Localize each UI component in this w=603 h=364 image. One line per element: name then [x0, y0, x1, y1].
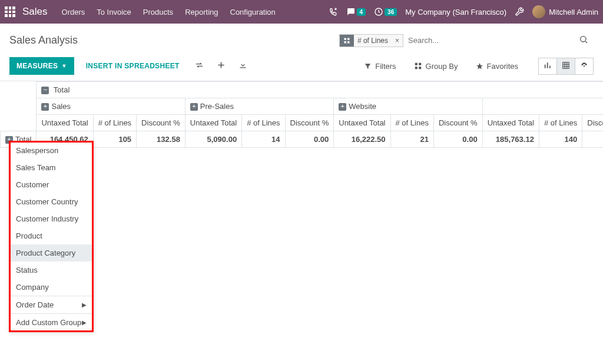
measure-header[interactable]: Untaxed Total: [37, 115, 93, 131]
page-title: Sales Analysis: [9, 34, 78, 47]
col-group-sales[interactable]: +Sales: [37, 98, 185, 115]
view-switcher: [538, 58, 594, 75]
flip-axis-icon[interactable]: [191, 58, 207, 74]
col-group-presales[interactable]: +Pre-Sales: [185, 98, 333, 115]
pivot-table: − Total +Sales +Pre-Sales +Website Untax…: [0, 81, 603, 148]
nav-orders[interactable]: Orders: [62, 8, 85, 16]
search-input[interactable]: [403, 32, 574, 48]
user-name: Mitchell Admin: [549, 8, 598, 16]
app-name[interactable]: Sales: [22, 6, 48, 18]
cell: 0.00: [285, 131, 334, 148]
groupby-label: Group By: [426, 62, 458, 71]
filters-label: Filters: [375, 62, 396, 71]
measure-header[interactable]: # of Lines: [93, 115, 136, 131]
user-menu[interactable]: Mitchell Admin: [532, 5, 598, 18]
svg-line-2: [585, 41, 587, 43]
top-nav: Sales Orders To Invoice Products Reporti…: [0, 0, 603, 24]
svg-rect-3: [563, 62, 569, 68]
measure-header[interactable]: Discount %: [137, 115, 185, 131]
cell: 5,090.00: [185, 131, 241, 148]
cell: 21: [390, 131, 433, 148]
expand-icon[interactable]: +: [41, 103, 49, 111]
measures-button[interactable]: MEASURES ▼: [9, 57, 74, 75]
expand-icon[interactable]: +: [339, 103, 346, 111]
caret-down-icon: ▼: [61, 63, 67, 69]
avatar: [532, 5, 545, 18]
activity-icon[interactable]: 36: [374, 7, 397, 16]
expand-all-icon[interactable]: [213, 58, 229, 74]
measure-header[interactable]: Discount %: [433, 115, 482, 131]
filters-button[interactable]: Filters: [358, 58, 402, 74]
settings-icon[interactable]: [515, 7, 524, 16]
measure-header[interactable]: Untaxed Total: [334, 115, 390, 131]
header-row: Sales Analysis # of Lines ×: [0, 24, 603, 54]
dashboard-view-button[interactable]: [575, 58, 594, 75]
nav-configuration[interactable]: Configuration: [230, 8, 276, 16]
svg-point-1: [581, 36, 586, 41]
measures-label: MEASURES: [16, 62, 58, 70]
pivot-table-wrap: − Total +Sales +Pre-Sales +Website Untax…: [0, 81, 603, 148]
favorites-label: Favorites: [487, 62, 518, 71]
pivot-view-button[interactable]: [557, 58, 575, 75]
corner-cell: [1, 82, 37, 98]
expand-icon[interactable]: +: [190, 103, 198, 111]
measure-header[interactable]: # of Lines: [242, 115, 285, 131]
graph-view-button[interactable]: [538, 58, 557, 75]
search-area: # of Lines ×: [339, 32, 594, 49]
measure-header[interactable]: Discount %: [582, 115, 603, 131]
collapse-icon[interactable]: −: [41, 87, 49, 94]
cell: 132.58: [582, 131, 603, 148]
download-icon[interactable]: [235, 58, 251, 74]
cell: 132.58: [137, 131, 185, 148]
apps-icon[interactable]: [5, 6, 15, 17]
groupby-item-salesperson[interactable]: Salesperson: [10, 142, 92, 148]
svg-point-8: [584, 65, 585, 67]
activity-badge: 36: [385, 8, 397, 16]
col-grand-total: [482, 98, 603, 115]
col-total-header[interactable]: − Total: [37, 82, 603, 98]
cell: 185,763.12: [482, 131, 539, 148]
filter-pill-close[interactable]: ×: [392, 35, 403, 47]
cell: 105: [93, 131, 136, 148]
messages-icon[interactable]: 4: [346, 7, 366, 16]
col-group-website[interactable]: +Website: [334, 98, 482, 115]
cell: 16,222.50: [334, 131, 390, 148]
insert-spreadsheet-button[interactable]: INSERT IN SPREADSHEET: [80, 57, 185, 75]
cell: 0.00: [433, 131, 482, 148]
filter-pill-label: # of Lines: [354, 35, 392, 47]
favorites-button[interactable]: Favorites: [470, 58, 524, 74]
measure-header[interactable]: Untaxed Total: [185, 115, 241, 131]
company-switcher[interactable]: My Company (San Francisco): [405, 8, 506, 16]
nav-reporting[interactable]: Reporting: [185, 8, 218, 16]
measure-header[interactable]: Untaxed Total: [482, 115, 539, 131]
filter-pill: # of Lines ×: [339, 34, 403, 47]
measure-icon: [340, 35, 354, 47]
groupby-button[interactable]: Group By: [408, 58, 464, 74]
controls-row: MEASURES ▼ INSERT IN SPREADSHEET Filters…: [0, 54, 603, 81]
measure-header[interactable]: # of Lines: [539, 115, 582, 131]
nav-products[interactable]: Products: [143, 8, 173, 16]
cell: 140: [539, 131, 582, 148]
messages-badge: 4: [357, 8, 366, 16]
cell: 14: [242, 131, 285, 148]
search-icon[interactable]: [574, 35, 593, 47]
measure-header[interactable]: # of Lines: [390, 115, 433, 131]
measure-header[interactable]: Discount %: [285, 115, 334, 131]
groupby-dropdown: Salesperson Sales Team Customer Customer…: [9, 141, 93, 148]
nav-to-invoice[interactable]: To Invoice: [97, 8, 131, 16]
phone-icon[interactable]: [329, 7, 338, 16]
